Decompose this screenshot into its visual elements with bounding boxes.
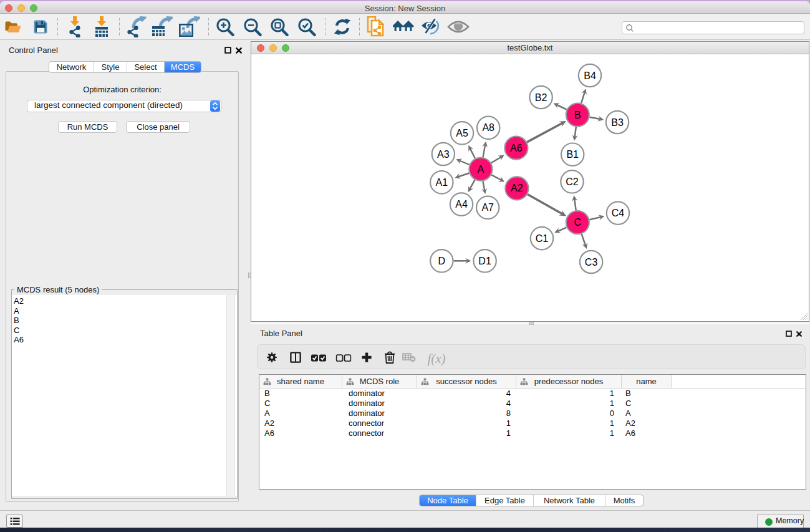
svg-text:A3: A3 bbox=[437, 149, 450, 160]
svg-text:C2: C2 bbox=[566, 177, 579, 187]
svg-text:A1: A1 bbox=[436, 177, 448, 188]
svg-text:A7: A7 bbox=[482, 203, 494, 213]
svg-text:B4: B4 bbox=[584, 70, 597, 81]
svg-text:B1: B1 bbox=[567, 150, 579, 160]
svg-text:C3: C3 bbox=[585, 257, 598, 268]
svg-text:C1: C1 bbox=[536, 233, 549, 244]
svg-text:A5: A5 bbox=[456, 128, 469, 138]
svg-text:B3: B3 bbox=[612, 117, 624, 128]
svg-text:A4: A4 bbox=[456, 199, 468, 210]
svg-text:A6: A6 bbox=[510, 143, 523, 153]
svg-text:D: D bbox=[438, 256, 446, 266]
svg-text:A: A bbox=[478, 164, 485, 175]
svg-text:A8: A8 bbox=[483, 123, 495, 133]
svg-text:C4: C4 bbox=[612, 208, 625, 218]
svg-text:C: C bbox=[574, 218, 582, 228]
svg-text:B: B bbox=[574, 110, 581, 120]
svg-text:B2: B2 bbox=[535, 92, 547, 103]
svg-text:D1: D1 bbox=[479, 256, 492, 266]
svg-text:A2: A2 bbox=[511, 183, 523, 194]
